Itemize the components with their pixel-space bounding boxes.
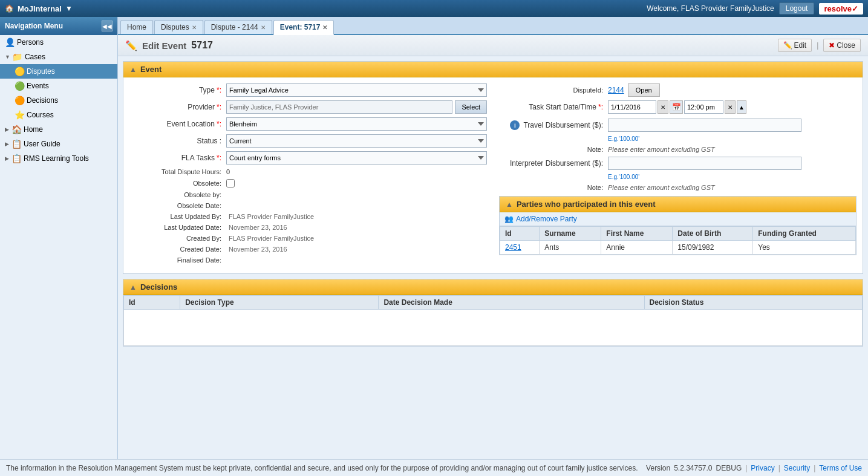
dropdown-arrow-icon[interactable]: ▼ xyxy=(65,4,73,13)
top-bar: 🏠 MoJInternal ▼ Welcome, FLAS Provider F… xyxy=(0,0,868,17)
top-bar-right: Welcome, FLAS Provider FamilyJustice Log… xyxy=(647,2,863,15)
welcome-text: Welcome, FLAS Provider FamilyJustice xyxy=(647,4,774,13)
resolve-logo: resolve✓ xyxy=(819,3,863,15)
app-title: MoJInternal xyxy=(18,4,62,13)
home-icon: 🏠 xyxy=(5,4,14,13)
logout-button[interactable]: Logout xyxy=(779,2,815,15)
top-bar-left: 🏠 MoJInternal ▼ xyxy=(5,4,73,13)
